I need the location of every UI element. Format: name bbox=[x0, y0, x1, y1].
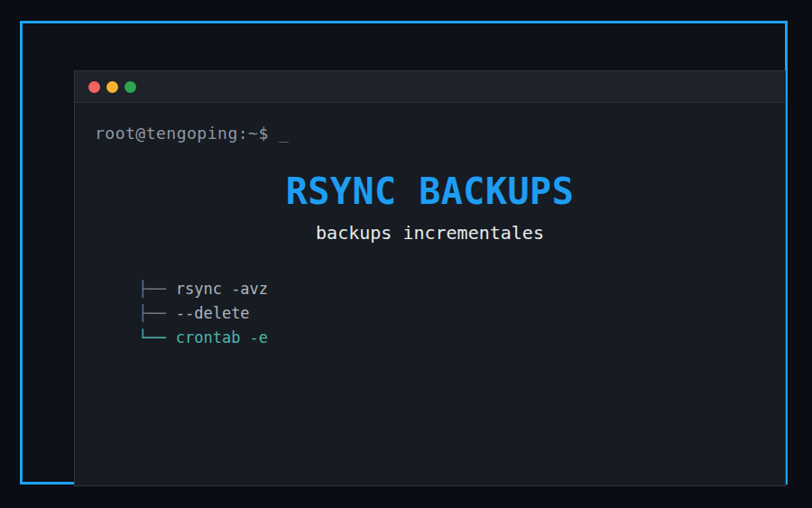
terminal-window: root@tengoping:~$ _ RSYNC BACKUPS backup… bbox=[74, 70, 786, 486]
terminal-body: root@tengoping:~$ _ RSYNC BACKUPS backup… bbox=[75, 103, 785, 349]
tree-branch-icon: ├── bbox=[138, 280, 166, 298]
page-title: RSYNC BACKUPS bbox=[75, 171, 785, 212]
tree-branch-end-icon: └── bbox=[138, 328, 166, 346]
minimize-button[interactable] bbox=[106, 81, 118, 93]
tree-item-delete: ├── --delete bbox=[138, 300, 785, 325]
accent-frame: root@tengoping:~$ _ RSYNC BACKUPS backup… bbox=[20, 21, 788, 485]
shell-prompt[interactable]: root@tengoping:~$ _ bbox=[95, 124, 785, 143]
tree-branch-icon: ├── bbox=[138, 304, 166, 322]
command-tree: ├── rsync -avz ├── --delete └── crontab … bbox=[138, 276, 785, 349]
tree-item-label: crontab -e bbox=[166, 328, 268, 346]
tree-item-rsync: ├── rsync -avz bbox=[138, 276, 785, 300]
close-button[interactable] bbox=[88, 81, 100, 93]
tree-item-label: --delete bbox=[166, 304, 250, 322]
terminal-titlebar[interactable] bbox=[75, 71, 785, 103]
maximize-button[interactable] bbox=[125, 81, 136, 93]
tree-item-crontab: └── crontab -e bbox=[138, 325, 785, 349]
page-subtitle: backups incrementales bbox=[75, 222, 785, 244]
tree-item-label: rsync -avz bbox=[166, 280, 268, 298]
